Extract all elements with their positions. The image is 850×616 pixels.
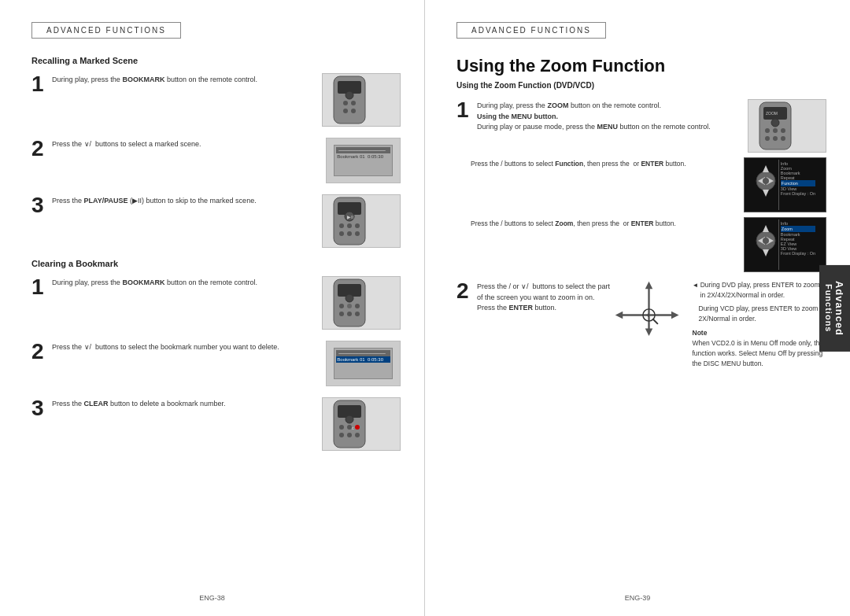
step-image-screen1: ────────────── Bookmark 01 0:05:30	[326, 138, 401, 183]
zoom-arrows-image: +	[612, 280, 686, 335]
svg-point-16	[355, 231, 360, 236]
step-number: 1	[31, 73, 46, 95]
svg-text:ZOOM: ZOOM	[766, 111, 778, 116]
right-footer: ENG-39	[425, 594, 850, 602]
right-info-panel: During DVD play, press ENTER to zoom in …	[686, 280, 827, 368]
svg-line-67	[652, 319, 658, 324]
left-page: Advanced Functions Recalling a Marked Sc…	[0, 0, 425, 616]
step-text: During play, press the BOOKMARK button o…	[52, 276, 316, 289]
svg-point-5	[351, 109, 356, 113]
svg-point-32	[339, 433, 344, 437]
step-number: 3	[31, 194, 46, 216]
svg-point-40	[765, 128, 770, 133]
svg-marker-59	[645, 282, 652, 290]
svg-point-21	[347, 304, 352, 308]
svg-point-39	[771, 119, 779, 127]
step-number: 3	[31, 397, 46, 419]
svg-marker-53	[763, 225, 769, 232]
step-number-r2: 2	[456, 280, 471, 302]
left-s1-step1: 1 During play, press the BOOKMARK button…	[31, 73, 401, 127]
side-tab-line1: Advanced	[833, 280, 845, 335]
svg-point-4	[343, 109, 348, 113]
svg-marker-47	[763, 165, 769, 172]
step-number-r1: 1	[456, 99, 471, 121]
step-number: 2	[31, 138, 46, 160]
right-header-text: Advanced Functions	[471, 26, 591, 35]
svg-marker-54	[763, 249, 769, 256]
bullet2-text: During VCD play, press ENTER to zoom in …	[693, 304, 827, 324]
section2-title: Clearing a Bookmark	[31, 259, 401, 268]
svg-text:+: +	[645, 311, 650, 319]
left-header: Advanced Functions	[31, 22, 181, 39]
svg-marker-48	[763, 190, 769, 197]
svg-point-44	[773, 136, 778, 141]
left-s2-step1: 1 During play, press the BOOKMARK button…	[31, 276, 401, 330]
sub-title: Using the Zoom Function (DVD/VCD)	[456, 81, 826, 90]
svg-point-13	[355, 223, 360, 228]
svg-point-2	[343, 101, 348, 105]
left-s2-step3: 3 Press the CLEAR button to delete a boo…	[31, 397, 401, 451]
remote-svg-r1: ZOOM	[756, 101, 819, 151]
svg-point-14	[339, 231, 344, 236]
left-s1-step3: 3 Press the PLAY/PAUSE (▶II) button to s…	[31, 194, 401, 248]
step-image-remote-r1: ZOOM	[748, 99, 826, 153]
svg-point-19	[346, 294, 353, 302]
note-text: When VCD2.0 is in Menu Off mode only, th…	[693, 339, 825, 367]
svg-point-28	[346, 415, 353, 423]
section1-title: Recalling a Marked Scene	[31, 56, 401, 65]
step-text-r1a: Press the / buttons to select Function, …	[471, 157, 739, 169]
svg-point-42	[781, 128, 785, 133]
step-image-menu2: Info Zoom Bookmark Repeat EZ View 3D Vie…	[744, 217, 826, 272]
side-tab: Advanced Functions	[819, 264, 850, 351]
right-page: Advanced Functions Using the Zoom Functi…	[425, 0, 850, 616]
left-s1-step2: 2 Press the ∨/ buttons to select a marke…	[31, 138, 401, 183]
svg-point-51	[763, 178, 769, 184]
right-header: Advanced Functions	[456, 22, 606, 39]
svg-text:C: C	[352, 426, 354, 430]
svg-point-33	[347, 433, 352, 437]
remote-svg2: ▶II	[330, 196, 393, 246]
step-image-remote4: C	[322, 397, 401, 451]
page-container: Advanced Functions Recalling a Marked Sc…	[0, 0, 850, 616]
svg-point-45	[781, 136, 785, 141]
svg-text:▶II: ▶II	[347, 215, 354, 219]
remote-svg4: C	[330, 399, 393, 449]
step-image-remote1	[322, 73, 401, 127]
svg-point-41	[773, 128, 778, 133]
side-tab-line2: Functions	[824, 284, 833, 333]
svg-point-29	[339, 425, 344, 430]
svg-point-34	[355, 433, 360, 437]
bullet1: During DVD play, press ENTER to zoom in …	[693, 280, 827, 301]
step-image-menu1: Info Zoom Bookmark Repeat Function 3D Vi…	[744, 157, 826, 212]
left-header-text: Advanced Functions	[46, 26, 166, 35]
svg-point-3	[351, 101, 356, 105]
step-number: 2	[31, 341, 46, 363]
svg-marker-63	[615, 312, 623, 319]
note-title: Note	[693, 329, 708, 337]
step-number: 1	[31, 276, 46, 298]
svg-point-22	[355, 304, 360, 308]
remote-svg	[330, 75, 393, 125]
svg-point-6	[346, 91, 353, 99]
note-box: Note When VCD2.0 is in Menu Off mode onl…	[693, 328, 827, 368]
svg-point-31	[355, 425, 360, 430]
svg-marker-65	[671, 312, 679, 319]
step-image-remote2: ▶II	[322, 194, 401, 248]
right-step1: 1 During play, press the ZOOM button on …	[456, 99, 826, 272]
step-text: During play, press the BOOKMARK button o…	[52, 73, 316, 86]
zoom-svg: +	[612, 276, 686, 339]
left-page-number: ENG-38	[199, 594, 225, 602]
svg-point-43	[765, 136, 770, 141]
step-text: Press the ∨/ buttons to select the bookm…	[52, 341, 320, 353]
step-text-r1: During play, press the ZOOM button on th…	[477, 99, 741, 133]
step-image-screen2: ────────────── Bookmark 01 0:05:30	[326, 341, 401, 386]
svg-point-15	[347, 231, 352, 236]
left-s2-step2: 2 Press the ∨/ buttons to select the boo…	[31, 341, 401, 386]
step-text: Press the ∨/ buttons to select a marked …	[52, 138, 320, 150]
step-image-remote3	[322, 276, 401, 330]
svg-point-20	[339, 304, 344, 308]
svg-point-12	[347, 223, 352, 228]
svg-marker-61	[645, 329, 652, 337]
svg-point-25	[355, 312, 360, 316]
svg-point-11	[339, 223, 344, 228]
